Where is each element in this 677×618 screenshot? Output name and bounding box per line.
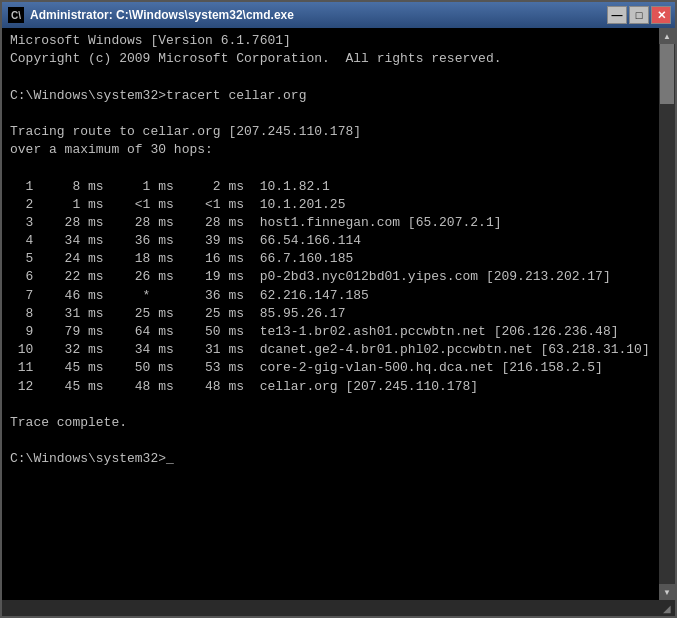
console-output[interactable]: Microsoft Windows [Version 6.1.7601] Cop… — [2, 28, 659, 600]
title-bar: C\ Administrator: C:\Windows\system32\cm… — [2, 2, 675, 28]
console-area: Microsoft Windows [Version 6.1.7601] Cop… — [2, 28, 675, 600]
window-icon: C\ — [8, 7, 24, 23]
title-bar-left: C\ Administrator: C:\Windows\system32\cm… — [8, 7, 294, 23]
scrollbar-thumb[interactable] — [660, 44, 674, 104]
minimize-button[interactable]: — — [607, 6, 627, 24]
window-title: Administrator: C:\Windows\system32\cmd.e… — [30, 8, 294, 22]
scrollbar-track[interactable] — [659, 44, 675, 584]
resize-handle[interactable]: ◢ — [659, 600, 675, 616]
cmd-window: C\ Administrator: C:\Windows\system32\cm… — [0, 0, 677, 618]
window-controls: — □ ✕ — [607, 6, 671, 24]
bottom-bar: ◢ — [2, 600, 675, 616]
scroll-up-button[interactable]: ▲ — [659, 28, 675, 44]
scrollbar[interactable]: ▲ ▼ — [659, 28, 675, 600]
maximize-button[interactable]: □ — [629, 6, 649, 24]
scroll-down-button[interactable]: ▼ — [659, 584, 675, 600]
close-button[interactable]: ✕ — [651, 6, 671, 24]
